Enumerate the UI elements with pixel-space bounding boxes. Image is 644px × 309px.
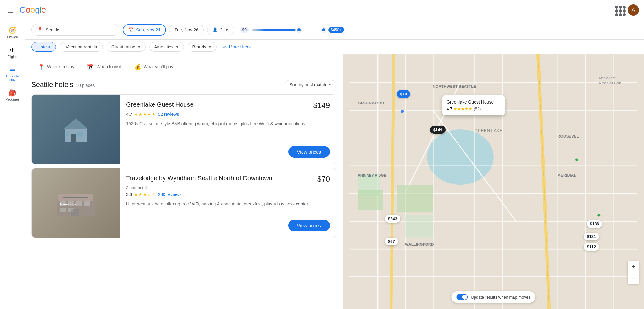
svg-marker-1 — [63, 118, 88, 129]
vacation-rentals-tab-button[interactable]: Vacation rentals — [60, 42, 103, 52]
brands-filter-button[interactable]: Brands ▼ — [188, 42, 217, 52]
svg-text:Travelodge: Travelodge — [59, 203, 76, 206]
hotel-price-travelodge: $70 — [317, 175, 330, 183]
svg-text:WALLINGFORD: WALLINGFORD — [405, 242, 434, 247]
map-pin-121-label: $121 — [587, 234, 596, 239]
sidebar-item-packages[interactable]: 🎒 Packages — [1, 87, 24, 104]
main-layout: 🧭 Explore ✈ Flights 🛏 Places to stay 🎒 P… — [0, 20, 644, 309]
zoom-in-button[interactable]: + — [628, 261, 639, 272]
hamburger-menu[interactable] — [5, 5, 16, 15]
header: Google A — [0, 0, 644, 20]
guest-rating-filter-button[interactable]: Guest rating ▼ — [107, 42, 146, 52]
svg-rect-24 — [558, 54, 558, 309]
more-filters-button[interactable]: ⚖ More filters — [220, 42, 253, 51]
slider-thumb-left[interactable] — [297, 28, 301, 32]
hotel-info-travelodge: Travelodge by Wyndham Seattle North of D… — [120, 168, 336, 238]
hotels-tab-button[interactable]: Hotels — [31, 42, 56, 52]
svg-rect-21 — [474, 54, 475, 309]
map-pin-149[interactable]: $149 — [430, 126, 446, 134]
map-pin-121[interactable]: $121 — [584, 233, 599, 240]
price-slider[interactable] — [252, 28, 326, 32]
sort-button[interactable]: Sort by best match ▼ — [285, 80, 336, 89]
svg-rect-22 — [502, 54, 503, 309]
map-pin-243-label: $243 — [388, 216, 397, 221]
map-zoom-controls: + − — [628, 261, 639, 284]
price-min-label: $0 — [240, 27, 249, 33]
google-logo: Google — [19, 5, 46, 15]
places-icon: 🛏 — [9, 66, 16, 73]
map-pin-136[interactable]: $136 — [587, 220, 602, 228]
map-pin-112[interactable]: $112 — [584, 243, 599, 251]
avatar[interactable]: A — [628, 4, 639, 16]
hotel-type-travelodge: 2-star hotel — [126, 185, 330, 190]
svg-rect-4 — [66, 132, 69, 136]
toggle-switch[interactable] — [456, 294, 468, 300]
popup-stars: ★★★★★ — [453, 106, 472, 111]
popup-rating-num: 4.7 — [447, 106, 452, 111]
hotel-name-travelodge: Travelodge by Wyndham Seattle North of D… — [126, 175, 272, 182]
checkin-date-label: Sun, Nov 24 — [136, 27, 160, 32]
search-bar: 📍 📅 Sun, Nov 24 Tue, Nov 26 👤 2 ▼ $0 — [25, 20, 644, 40]
svg-text:Maple Leaf: Maple Leaf — [599, 76, 615, 80]
map-popup-greenlake: Greenlake Guest House 4.7 ★★★★★ (52) — [442, 95, 505, 115]
sidebar-item-flights[interactable]: ✈ Flights — [1, 44, 24, 61]
hotel-price-greenlake: $149 — [313, 101, 330, 110]
tab-what-youll-pay[interactable]: 💰 What you'll pay — [128, 59, 180, 75]
svg-text:MERIDIAN: MERIDIAN — [558, 173, 577, 177]
packages-icon: 🎒 — [8, 89, 16, 97]
zoom-out-button[interactable]: − — [628, 272, 639, 284]
results-header: Seattle hotels 10 places Sort by best ma… — [31, 80, 336, 89]
sidebar-item-explore[interactable]: 🧭 Explore — [1, 24, 24, 41]
filter-bar: Hotels Vacation rentals Guest rating ▼ A… — [25, 40, 644, 54]
map-pin-70-label: $70 — [400, 92, 407, 96]
filter-lines-icon: ⚖ — [223, 44, 227, 49]
map-background: GREENWOOD NORTHWEST SEATTLE GREEN LAKE P… — [343, 54, 644, 309]
view-prices-button-travelodge[interactable]: View prices — [288, 220, 330, 231]
hotel-name-row-travelodge: Travelodge by Wyndham Seattle North of D… — [126, 175, 330, 183]
map-update-toggle: Update results when map moves — [451, 291, 535, 303]
sidebar-item-places-label: Places to stay — [5, 75, 20, 81]
explore-icon: 🧭 — [8, 26, 16, 34]
popup-rating-row: 4.7 ★★★★★ (52) — [447, 106, 501, 111]
location-input[interactable] — [46, 27, 114, 32]
guests-button[interactable]: 👤 2 ▼ — [207, 25, 234, 35]
hotel-reviews-greenlake[interactable]: 52 reviews — [158, 112, 179, 117]
hotel-reviews-travelodge[interactable]: 280 reviews — [158, 192, 181, 197]
slider-thumb-right[interactable] — [321, 28, 326, 32]
svg-point-49 — [575, 158, 578, 161]
svg-rect-38 — [397, 185, 433, 212]
amenities-filter-button[interactable]: Amenities ▼ — [149, 42, 184, 52]
checkout-date-button[interactable]: Tue, Nov 26 — [169, 25, 204, 35]
svg-rect-36 — [405, 215, 433, 238]
sidebar-item-places[interactable]: 🛏 Places to stay — [1, 64, 24, 84]
popup-reviews: (52) — [474, 106, 481, 111]
svg-rect-14 — [63, 197, 88, 198]
tab-where-to-stay[interactable]: 📍 Where to stay — [31, 59, 80, 75]
apps-icon[interactable] — [614, 4, 625, 16]
map-pin-67[interactable]: $67 — [385, 238, 398, 245]
nav-tabs: 📍 Where to stay 📅 When to visit 💰 What y… — [31, 59, 336, 75]
sidebar-item-flights-label: Flights — [8, 55, 17, 59]
svg-rect-2 — [71, 134, 76, 142]
where-to-stay-label: Where to stay — [47, 64, 74, 69]
svg-rect-20 — [433, 54, 434, 309]
results-count: 10 places — [76, 83, 95, 88]
tab-when-to-visit[interactable]: 📅 When to visit — [80, 59, 128, 75]
checkin-date-button[interactable]: 📅 Sun, Nov 24 — [123, 24, 166, 36]
brands-label: Brands — [192, 44, 206, 49]
svg-point-50 — [597, 214, 600, 217]
view-prices-button-greenlake[interactable]: View prices — [288, 146, 330, 158]
toggle-knob — [462, 295, 467, 300]
when-to-visit-label: When to visit — [96, 64, 121, 69]
svg-rect-23 — [530, 54, 530, 309]
map-area[interactable]: GREENWOOD NORTHWEST SEATTLE GREEN LAKE P… — [343, 54, 644, 309]
svg-rect-10 — [84, 201, 90, 206]
hotel-rating-travelodge: 3.3 — [126, 192, 132, 197]
svg-text:ROOSEVELT: ROOSEVELT — [558, 134, 581, 138]
map-pin-243[interactable]: $243 — [385, 215, 400, 223]
guest-rating-label: Guest rating — [111, 44, 135, 49]
what-youll-pay-label: What you'll pay — [144, 64, 174, 69]
map-pin-70[interactable]: $70 — [397, 90, 410, 98]
location-input-wrapper[interactable]: 📍 — [31, 24, 119, 36]
svg-rect-37 — [358, 190, 383, 210]
